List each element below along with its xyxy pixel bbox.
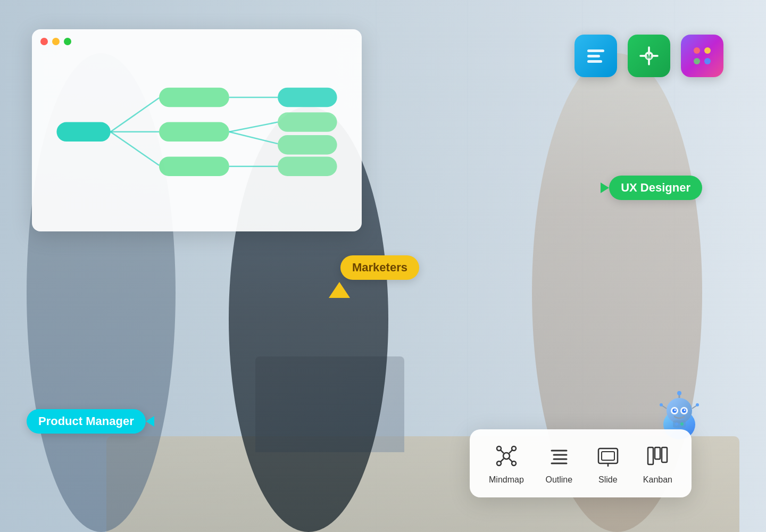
kanban-icon — [644, 442, 671, 470]
marketers-arrow — [329, 282, 350, 303]
traffic-lights — [40, 38, 353, 45]
marketers-badge: Marketers — [340, 255, 419, 280]
svg-point-50 — [497, 461, 501, 466]
svg-rect-13 — [278, 135, 337, 154]
svg-rect-4 — [159, 88, 229, 107]
svg-rect-11 — [278, 88, 337, 107]
svg-line-1 — [111, 98, 159, 132]
svg-rect-0 — [56, 122, 110, 142]
svg-rect-15 — [587, 49, 604, 52]
marketers-label: Marketers — [352, 261, 407, 275]
product-manager-badge: Product Manager — [27, 409, 146, 434]
tool-panel: Mindmap Outline Slide — [470, 429, 692, 497]
svg-point-24 — [694, 47, 700, 54]
outline-icon — [545, 442, 573, 470]
svg-point-41 — [660, 403, 663, 406]
svg-point-37 — [684, 410, 686, 411]
mindmap-tool[interactable]: Mindmap — [489, 442, 524, 485]
svg-rect-6 — [159, 156, 229, 176]
svg-line-9 — [229, 132, 278, 144]
svg-rect-64 — [655, 447, 660, 459]
svg-point-43 — [696, 403, 699, 406]
svg-point-46 — [680, 422, 684, 426]
slide-label: Slide — [598, 475, 618, 485]
svg-point-26 — [694, 58, 700, 64]
svg-line-53 — [509, 450, 512, 453]
svg-rect-65 — [662, 447, 667, 462]
mockitt-app-icon[interactable] — [681, 35, 723, 77]
mindmap-icon — [493, 442, 520, 470]
svg-rect-17 — [587, 60, 602, 63]
svg-point-47 — [503, 453, 510, 459]
main-scene: M UX Designer Marketers Product Manager — [0, 0, 766, 532]
svg-line-54 — [501, 459, 504, 462]
boardmix-app-icon[interactable] — [574, 35, 617, 77]
svg-rect-5 — [159, 122, 229, 142]
kanban-tool[interactable]: Kanban — [643, 442, 672, 485]
ux-designer-badge: UX Designer — [609, 176, 702, 200]
svg-rect-63 — [648, 447, 653, 464]
svg-rect-12 — [278, 112, 337, 131]
svg-text:M: M — [646, 53, 651, 60]
mindmeister-app-icon[interactable]: M — [628, 35, 670, 77]
close-button[interactable] — [40, 38, 48, 45]
svg-rect-61 — [602, 452, 614, 460]
mindmap-label: Mindmap — [489, 475, 524, 485]
minimize-button[interactable] — [52, 38, 60, 45]
ux-designer-label: UX Designer — [621, 181, 690, 195]
slide-tool[interactable]: Slide — [594, 442, 622, 485]
maximize-button[interactable] — [64, 38, 71, 45]
slide-icon — [594, 442, 622, 470]
svg-rect-44 — [673, 420, 686, 428]
svg-point-31 — [667, 398, 692, 423]
svg-rect-14 — [278, 156, 337, 176]
badge-arrow-pm — [146, 416, 154, 427]
svg-line-8 — [229, 122, 278, 132]
svg-point-45 — [675, 422, 678, 426]
svg-point-49 — [512, 446, 516, 451]
kanban-label: Kanban — [643, 475, 672, 485]
svg-marker-28 — [329, 282, 350, 298]
app-icons-group: M — [574, 35, 723, 77]
svg-line-52 — [501, 450, 504, 453]
svg-point-51 — [512, 461, 516, 466]
svg-point-39 — [677, 391, 681, 395]
product-manager-label: Product Manager — [38, 414, 134, 428]
badge-arrow-ux — [601, 182, 609, 193]
outline-tool[interactable]: Outline — [545, 442, 573, 485]
svg-point-48 — [497, 446, 501, 451]
svg-line-55 — [509, 459, 512, 462]
svg-point-27 — [704, 58, 711, 64]
browser-window — [32, 29, 362, 231]
svg-point-36 — [675, 410, 676, 411]
outline-label: Outline — [545, 475, 572, 485]
svg-line-3 — [111, 132, 159, 165]
mindmap-preview — [40, 56, 353, 221]
svg-point-25 — [704, 47, 711, 54]
svg-rect-16 — [587, 55, 600, 57]
